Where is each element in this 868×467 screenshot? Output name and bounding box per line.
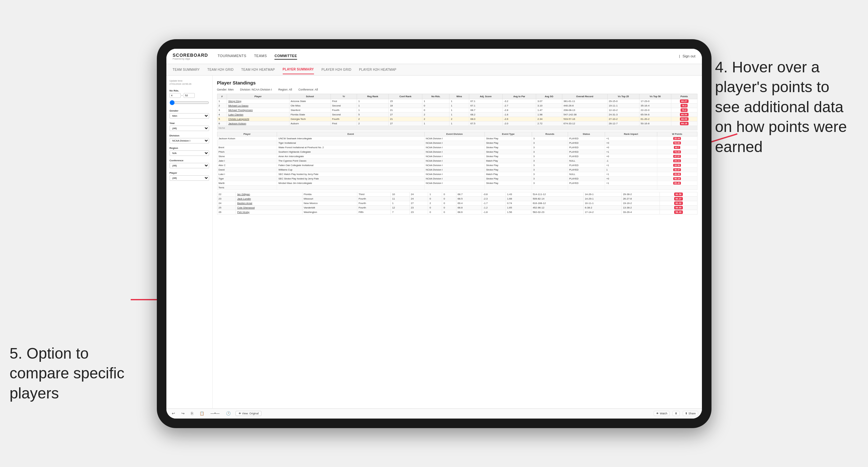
popup-points-cell[interactable]: 56.18 [657, 176, 697, 181]
year-select[interactable]: (All) [169, 126, 209, 131]
col-player: Player [227, 94, 289, 99]
popup-table-row: BrentWake Forest Invitational at Pinehur… [217, 145, 697, 150]
table-area: Player Standings Gender: Men Division: N… [213, 75, 702, 408]
toolbar-zoom[interactable]: —•— [209, 411, 221, 416]
col-conf-rank: Conf Rank [389, 94, 422, 99]
no-rds-min-input[interactable] [169, 93, 181, 98]
division-select[interactable]: NCAA Division I [169, 138, 209, 144]
table-row: 26Petr HrubyWashingtonFifth7230068.6-1.8… [217, 210, 697, 214]
toolbar-paste[interactable]: 📋 [198, 411, 206, 416]
points-cell[interactable]: 80.09 [671, 117, 697, 121]
sub-nav-player-h2h-heatmap[interactable]: PLAYER H2H HEATMAP [359, 65, 396, 74]
popup-points-cell[interactable]: 73.33 [657, 150, 697, 154]
popup-points-cell[interactable]: 24.11 [657, 158, 697, 163]
points-cell[interactable]: 58.49 [660, 210, 697, 214]
gender-label: Gender [169, 110, 209, 112]
sidebar: Update time: 27/01/2024 16:56:26 No Rds.… [166, 75, 213, 408]
region-section: Region N/A [169, 147, 209, 156]
col-avg-to-par: Avg to Par [502, 94, 536, 99]
popup-points-cell[interactable]: 40.7 [657, 145, 697, 150]
sign-out-link[interactable]: Sign out [682, 54, 695, 58]
nav-divider: | [679, 54, 680, 58]
filter-region: Region: All [278, 88, 292, 91]
gender-select[interactable]: Men Women [169, 113, 209, 119]
toolbar-undo[interactable]: ↩ [170, 411, 177, 416]
conference-select[interactable]: (All) [169, 163, 209, 168]
no-rds-slider[interactable] [169, 100, 209, 105]
player-section: Player (All) [169, 172, 209, 181]
filter-gender: Gender: Men [217, 88, 234, 91]
region-label: Region [169, 147, 209, 150]
popup-table-row: MarttiMirobel Maui Jim IntercollegiateNC… [217, 181, 697, 185]
gender-section: Gender Men Women [169, 110, 209, 119]
division-section: Division NCAA Division I [169, 134, 209, 144]
popup-table-row: Terric [217, 185, 697, 190]
region-select[interactable]: N/A [169, 151, 209, 156]
popup-points-cell[interactable]: 53.60 [657, 141, 697, 145]
popup-points-cell[interactable] [657, 185, 697, 190]
col-no-rds: No Rds. [422, 94, 450, 99]
popup-col-points: W Points [657, 132, 697, 136]
share-button[interactable]: ⬆ Share [683, 411, 698, 416]
nav-tournaments[interactable]: TOURNAMENTS [218, 53, 246, 60]
toolbar-clock[interactable]: 🕐 [224, 411, 232, 416]
sub-nav-team-h2h-heatmap[interactable]: TEAM H2H HEATMAP [241, 65, 275, 74]
popup-points-cell[interactable]: 30.47 [657, 167, 697, 172]
sub-nav-team-summary[interactable]: TEAM SUMMARY [173, 65, 200, 74]
popup-detail-table: Player Event Event Division Event Type R… [217, 132, 698, 190]
sub-nav: TEAM SUMMARY TEAM H2H GRID TEAM H2H HEAT… [166, 64, 702, 75]
table-row: 5Christo LamprechtGeorgia TechFourth2212… [217, 117, 697, 121]
sub-nav-team-h2h-grid[interactable]: TEAM H2H GRID [208, 65, 234, 74]
points-cell[interactable]: 60.27 [660, 196, 697, 201]
sub-nav-player-summary[interactable]: PLAYER SUMMARY [283, 65, 314, 74]
popup-table-row: Tiger InvitationalNCAA Division IStroke … [217, 141, 697, 145]
col-wins: Wins [450, 94, 469, 99]
points-cell[interactable]: 70.2 [671, 108, 697, 112]
points-cell[interactable]: 68.18 [671, 121, 697, 126]
popup-header-row: Player Event Event Division Event Type R… [217, 132, 697, 136]
points-cell[interactable]: 59.95 [660, 205, 697, 210]
logo-title: SCOREBOARD [173, 53, 208, 58]
nav-teams[interactable]: TEAMS [254, 53, 267, 60]
popup-table-row: DavidWilliams CupNCAA Division IStroke P… [217, 167, 697, 172]
player-label: Player [169, 172, 209, 175]
col-yr: Yr [331, 94, 357, 99]
no-rds-max-input[interactable] [184, 93, 195, 98]
popup-table-wrapper: Player Event Event Division Event Type R… [217, 132, 698, 190]
table-row: 1Wenyi DingArizona StateFirst1151167.1-3… [217, 99, 697, 103]
separator-row: Niche [217, 126, 697, 130]
nav-links: TOURNAMENTS TEAMS COMMITTEE [218, 53, 679, 60]
popup-points-cell[interactable]: 65.40 [657, 181, 697, 185]
toolbar-redo[interactable]: ↪ [180, 411, 186, 416]
points-cell[interactable]: 60.58 [660, 192, 697, 196]
watch-button[interactable]: 👁 Watch [654, 411, 670, 416]
col-overall-record: Overall Record [562, 94, 607, 99]
nav-logo: SCOREBOARD Powered by clippi [173, 53, 208, 60]
tablet-screen: SCOREBOARD Powered by clippi TOURNAMENTS… [166, 49, 702, 418]
update-time: Update time: 27/01/2024 16:56:26 [169, 80, 209, 86]
download-button[interactable]: ⬇ [673, 411, 680, 416]
popup-table-row: Jackson KolsonUNCW Seahawk Intercollegia… [217, 136, 697, 141]
popup-col-event: Event [277, 132, 424, 136]
popup-points-cell[interactable]: 16.50 [657, 163, 697, 167]
standings-table: # Player School Yr Reg Rank Conf Rank No… [217, 94, 698, 130]
popup-points-cell[interactable]: 26.98 [657, 172, 697, 176]
view-original-button[interactable]: 👁 View: Original [236, 411, 262, 416]
sub-nav-player-h2h-grid[interactable]: PLAYER H2H GRID [322, 65, 351, 74]
table-row: 6Jackson KolsonAuburnFirst2271167.5-2.02… [217, 121, 697, 126]
additional-rows-table: 22Ian GilliganFloridaThird10241068.7-0.8… [217, 192, 698, 215]
player-select[interactable]: (All) [169, 175, 209, 181]
filter-division: Division: NCAA Division I [240, 88, 272, 91]
points-cell[interactable]: 60.02 [660, 201, 697, 205]
col-vs-top50: Vs Top 50 [639, 94, 671, 99]
nav-right: | Sign out [679, 54, 695, 58]
table-row: 22Ian GilliganFloridaThird10241068.7-0.8… [217, 192, 697, 196]
points-cell[interactable]: 80.54 [671, 112, 697, 117]
popup-points-cell[interactable]: 20.44 [657, 136, 697, 141]
points-cell[interactable]: 76.3 [671, 103, 697, 108]
points-cell[interactable]: 80.27 [671, 99, 697, 103]
nav-committee[interactable]: COMMITTEE [275, 53, 297, 60]
col-num: # [217, 94, 227, 99]
popup-points-cell[interactable]: 47.57 [657, 154, 697, 158]
toolbar-copy[interactable]: ⎘ [189, 411, 195, 416]
